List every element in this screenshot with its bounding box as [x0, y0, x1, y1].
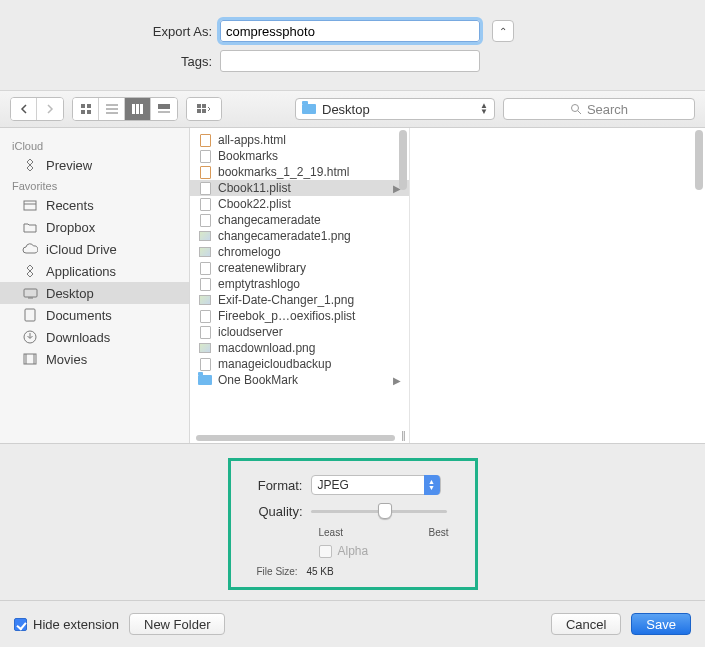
file-name: changecameradate	[218, 213, 321, 227]
file-name: Cbook22.plist	[218, 197, 291, 211]
file-item[interactable]: Bookmarks	[190, 148, 409, 164]
format-popup[interactable]: JPEG ▲▼	[311, 475, 441, 495]
svg-rect-9	[140, 104, 143, 114]
doc-icon	[198, 149, 212, 163]
cloud-icon	[22, 241, 38, 257]
expand-toggle-button[interactable]: ⌃	[492, 20, 514, 42]
scrollbar-vertical[interactable]	[695, 130, 703, 190]
doc-icon	[22, 307, 38, 323]
scrollbar-horizontal[interactable]	[196, 435, 395, 441]
tags-input[interactable]	[220, 50, 480, 72]
sidebar-item-dropbox[interactable]: Dropbox	[0, 216, 189, 238]
sidebar-item-desktop[interactable]: Desktop	[0, 282, 189, 304]
hide-extension-checkbox[interactable]	[14, 618, 27, 631]
file-item[interactable]: all-apps.html	[190, 132, 409, 148]
doc-icon	[198, 325, 212, 339]
file-item[interactable]: createnewlibrary	[190, 260, 409, 276]
sidebar-section-header: iCloud	[0, 136, 189, 154]
app-icon	[22, 263, 38, 279]
forward-button[interactable]	[37, 98, 63, 120]
file-name: all-apps.html	[218, 133, 286, 147]
file-name: createnewlibrary	[218, 261, 306, 275]
column-resize-handle[interactable]: ‖	[397, 430, 409, 441]
file-item[interactable]: One BookMark▶	[190, 372, 409, 388]
img-icon	[198, 229, 212, 243]
popup-arrows-icon: ▲▼	[480, 103, 488, 115]
svg-rect-18	[24, 201, 36, 210]
slider-thumb[interactable]	[378, 503, 392, 519]
tags-label: Tags:	[60, 54, 220, 69]
file-item[interactable]: bookmarks_1_2_19.html	[190, 164, 409, 180]
file-item[interactable]: macdownload.png	[190, 340, 409, 356]
sidebar-item-label: Recents	[46, 198, 94, 213]
file-item[interactable]: changecameradate	[190, 212, 409, 228]
file-item[interactable]: Cbook11.plist▶	[190, 180, 409, 196]
file-item[interactable]: chromelogo	[190, 244, 409, 260]
back-button[interactable]	[11, 98, 37, 120]
svg-rect-10	[158, 104, 170, 109]
scrollbar-vertical[interactable]	[399, 130, 407, 190]
doc-icon	[198, 213, 212, 227]
list-view-button[interactable]	[99, 98, 125, 120]
svg-point-16	[571, 105, 578, 112]
coverflow-view-button[interactable]	[151, 98, 177, 120]
img-icon	[198, 293, 212, 307]
file-name: chromelogo	[218, 245, 281, 259]
file-item[interactable]: changecameradate1.png	[190, 228, 409, 244]
file-item[interactable]: icloudserver	[190, 324, 409, 340]
sidebar-item-applications[interactable]: Applications	[0, 260, 189, 282]
folder-icon	[22, 219, 38, 235]
file-item[interactable]: Fireebok_p…oexifios.plist	[190, 308, 409, 324]
export-as-input[interactable]	[220, 20, 480, 42]
chevron-up-icon: ⌃	[499, 26, 507, 37]
sidebar-item-recents[interactable]: Recents	[0, 194, 189, 216]
icon-view-button[interactable]	[73, 98, 99, 120]
file-item[interactable]: emptytrashlogo	[190, 276, 409, 292]
svg-rect-14	[197, 109, 201, 113]
file-name: macdownload.png	[218, 341, 315, 355]
filesize-label: File Size:	[257, 566, 298, 577]
alpha-label: Alpha	[338, 544, 369, 558]
sidebar-item-preview[interactable]: Preview	[0, 154, 189, 176]
svg-rect-12	[197, 104, 201, 108]
sidebar-item-documents[interactable]: Documents	[0, 304, 189, 326]
html-icon	[198, 133, 212, 147]
file-name: Exif-Date-Changer_1.png	[218, 293, 354, 307]
group-menu[interactable]	[186, 97, 222, 121]
hide-extension-toggle[interactable]: Hide extension	[14, 617, 119, 632]
format-label: Format:	[253, 478, 311, 493]
alpha-checkbox[interactable]	[319, 545, 332, 558]
preview-column	[410, 128, 705, 443]
save-button[interactable]: Save	[631, 613, 691, 635]
sidebar-item-label: Dropbox	[46, 220, 95, 235]
sidebar-item-downloads[interactable]: Downloads	[0, 326, 189, 348]
new-folder-button[interactable]: New Folder	[129, 613, 225, 635]
file-item[interactable]: Exif-Date-Changer_1.png	[190, 292, 409, 308]
svg-rect-7	[132, 104, 135, 114]
popup-arrows-icon: ▲▼	[424, 475, 440, 495]
file-item[interactable]: manageicloudbackup	[190, 356, 409, 372]
file-name: Fireebok_p…oexifios.plist	[218, 309, 355, 323]
quality-slider[interactable]	[311, 503, 447, 519]
file-name: One BookMark	[218, 373, 298, 387]
location-name: Desktop	[322, 102, 370, 117]
sidebar-item-movies[interactable]: Movies	[0, 348, 189, 370]
sidebar: iCloudPreviewFavoritesRecentsDropboxiClo…	[0, 128, 190, 443]
column-view-button[interactable]	[125, 98, 151, 120]
doc-icon	[198, 277, 212, 291]
quality-best-label: Best	[428, 527, 448, 538]
sidebar-item-label: Preview	[46, 158, 92, 173]
view-mode-buttons	[72, 97, 178, 121]
search-field[interactable]: Search	[503, 98, 695, 120]
cancel-button[interactable]: Cancel	[551, 613, 621, 635]
svg-rect-3	[87, 110, 91, 114]
group-button[interactable]	[187, 98, 221, 120]
quality-least-label: Least	[319, 527, 343, 538]
html-icon	[198, 165, 212, 179]
sidebar-item-icloud-drive[interactable]: iCloud Drive	[0, 238, 189, 260]
location-popup[interactable]: Desktop ▲▼	[295, 98, 495, 120]
file-column: all-apps.htmlBookmarksbookmarks_1_2_19.h…	[190, 128, 410, 443]
sidebar-section-header: Favorites	[0, 176, 189, 194]
format-value: JPEG	[318, 478, 349, 492]
file-item[interactable]: Cbook22.plist	[190, 196, 409, 212]
